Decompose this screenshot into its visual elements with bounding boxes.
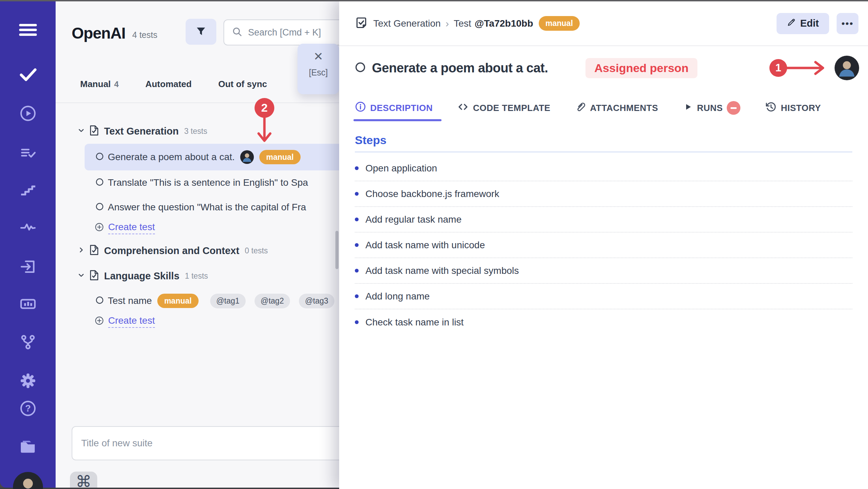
- search-box[interactable]: [223, 19, 339, 45]
- play-circle-icon: [19, 104, 37, 124]
- tab-attachments[interactable]: ATTACHMENTS: [575, 95, 658, 121]
- scrollbar-thumb[interactable]: [335, 231, 338, 269]
- suite-row-comprehension[interactable]: Comprehension and Context 0 tests: [56, 238, 339, 263]
- sidebar-item-activity[interactable]: [0, 218, 56, 238]
- pulse-icon: [19, 218, 37, 238]
- test-row-answer-question[interactable]: Answer the question "What is the capital…: [56, 195, 339, 220]
- status-circle-icon: [355, 62, 366, 74]
- tab-history[interactable]: HISTORY: [765, 95, 821, 121]
- suite-doc-icon: [89, 270, 99, 282]
- window-top-edge: [0, 0, 868, 1]
- suite-label: Text Generation: [104, 126, 179, 137]
- chevron-down-icon[interactable]: [77, 127, 85, 136]
- tab-out-of-sync[interactable]: Out of sync: [218, 79, 267, 89]
- assignee-avatar[interactable]: [835, 56, 859, 80]
- tag: @tag1: [210, 294, 246, 308]
- chevron-right-icon[interactable]: [77, 246, 85, 255]
- step-item: Open application: [355, 156, 852, 181]
- close-icon[interactable]: ✕: [314, 51, 323, 62]
- bullet-icon: [355, 218, 359, 221]
- suite-count: 3 tests: [184, 127, 207, 136]
- suite-label: Comprehension and Context: [104, 245, 239, 256]
- assignee-avatar: [240, 150, 254, 164]
- more-icon: •••: [841, 18, 853, 29]
- svg-text:1: 1: [775, 62, 781, 74]
- breadcrumb-doc-icon: [355, 16, 368, 31]
- folder-icon: [18, 437, 38, 457]
- breadcrumb-suite[interactable]: Text Generation: [373, 18, 441, 29]
- create-test-row[interactable]: Create test: [56, 220, 339, 236]
- tab-runs[interactable]: RUNS: [683, 95, 741, 121]
- chevron-down-icon[interactable]: [77, 271, 85, 280]
- test-label: Translate "This is a sentence in English…: [108, 177, 308, 188]
- info-icon: [355, 101, 366, 115]
- step-item: Choose backbone.js framework: [355, 181, 852, 207]
- test-row-generate-poem[interactable]: Generate a poem about a cat. manual: [85, 144, 339, 170]
- create-test-link[interactable]: Create test: [108, 315, 155, 328]
- step-item: Add long name: [355, 284, 852, 309]
- filter-button[interactable]: [186, 19, 216, 45]
- test-label: Answer the question "What is the capital…: [108, 202, 306, 213]
- step-item: Check task name in list: [355, 309, 852, 335]
- sidebar-item-settings[interactable]: [0, 372, 56, 391]
- create-test-row[interactable]: Create test: [56, 313, 339, 330]
- bullet-icon: [355, 192, 359, 196]
- gear-icon: [19, 372, 37, 391]
- new-suite-input[interactable]: [72, 426, 339, 460]
- play-icon: [683, 102, 693, 114]
- minus-icon: [730, 107, 737, 109]
- menu-icon[interactable]: [0, 24, 56, 36]
- tab-automated[interactable]: Automated: [145, 79, 192, 89]
- search-icon: [232, 26, 243, 39]
- filter-icon: [195, 26, 207, 38]
- tag: @tag3: [299, 294, 334, 308]
- suite-label: Language Skills: [104, 270, 179, 282]
- suite-row-language-skills[interactable]: Language Skills 1 tests: [56, 263, 339, 289]
- breadcrumb-separator: ›: [446, 18, 449, 29]
- manual-badge: manual: [157, 294, 199, 308]
- sidebar-item-milestones[interactable]: [0, 180, 56, 200]
- sidebar-item-integrations[interactable]: [0, 333, 56, 353]
- suite-count: 0 tests: [245, 246, 268, 255]
- sidebar-item-test-plans[interactable]: [0, 144, 56, 164]
- status-circle-icon: [96, 202, 104, 212]
- steps-heading: Steps: [355, 134, 852, 147]
- sidebar-item-help[interactable]: ?: [0, 399, 56, 419]
- tests-count: 4 tests: [132, 30, 158, 40]
- sidebar-item-tests[interactable]: [0, 65, 56, 85]
- suite-count: 1 tests: [185, 271, 208, 281]
- tab-manual-count: 4: [114, 80, 119, 89]
- tab-code-template[interactable]: CODE TEMPLATE: [457, 95, 550, 121]
- dashboard-bars-icon: [19, 295, 37, 315]
- plus-circle-icon: [95, 316, 104, 327]
- tab-manual[interactable]: Manual 4: [80, 79, 119, 89]
- tag: @tag2: [255, 294, 290, 308]
- suite-row-text-generation[interactable]: Text Generation 3 tests: [56, 118, 339, 144]
- search-input[interactable]: [248, 27, 339, 38]
- test-title-row: Generate a poem about a cat. Assigned pe…: [339, 56, 868, 80]
- step-item: Add task name with special symbols: [355, 258, 852, 284]
- edit-label: Edit: [800, 18, 819, 29]
- command-key-chip: ⌘: [70, 472, 97, 488]
- more-button[interactable]: •••: [837, 13, 858, 34]
- sidebar-item-projects[interactable]: [0, 437, 56, 457]
- status-circle-icon: [96, 296, 104, 306]
- paperclip-icon: [575, 101, 586, 115]
- sidebar-item-runs[interactable]: [0, 104, 56, 124]
- enter-box-icon: [19, 257, 37, 277]
- step-item: Add task name with unicode: [355, 233, 852, 258]
- suites-panel: OpenAI 4 tests Manual 4 Automated Out of…: [56, 1, 339, 488]
- test-row-test-name[interactable]: Test name manual @tag1 @tag2 @tag3: [56, 289, 339, 313]
- pencil-icon: [787, 18, 796, 29]
- manual-badge: manual: [539, 16, 580, 30]
- sidebar-item-sign-in[interactable]: [0, 257, 56, 277]
- sidebar-item-reports[interactable]: [0, 295, 56, 315]
- user-avatar[interactable]: [0, 472, 56, 489]
- app-sidebar: ?: [0, 1, 56, 488]
- manual-badge: manual: [259, 150, 301, 164]
- test-row-translate[interactable]: Translate "This is a sentence in English…: [56, 170, 339, 195]
- create-test-link[interactable]: Create test: [108, 222, 155, 234]
- tab-description[interactable]: DESCRIPTION: [355, 95, 433, 121]
- edit-button[interactable]: Edit: [777, 13, 829, 34]
- suite-doc-icon: [89, 125, 99, 137]
